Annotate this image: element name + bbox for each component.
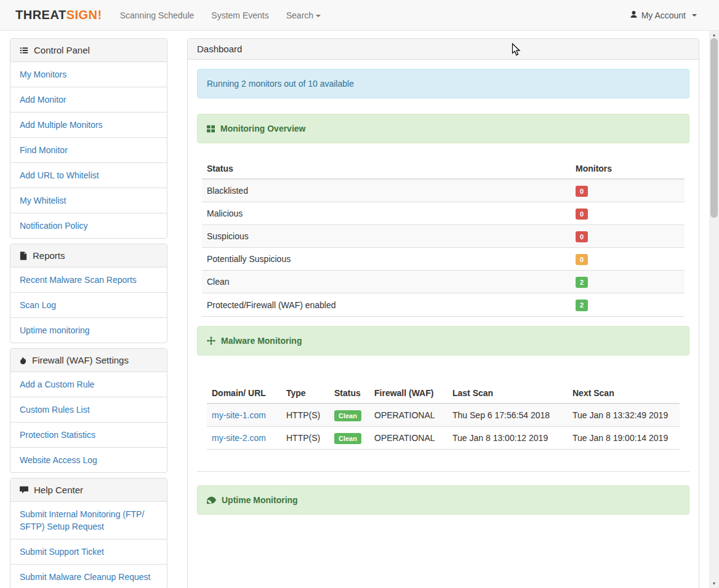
malware-monitoring-table: Domain/ URL Type Status Firewall (WAF) L… bbox=[207, 383, 680, 450]
sidebar-heading-label: Firewall (WAF) Settings bbox=[32, 355, 129, 365]
monitors-info-alert: Running 2 monitors out of 10 available bbox=[197, 69, 689, 98]
last-scan-cell: Tue Jan 8 13:00:12 2019 bbox=[448, 426, 568, 449]
count-badge: 0 bbox=[576, 209, 588, 220]
sidebar-item-add-url-to-whitelist[interactable]: Add URL to Whitelist bbox=[10, 162, 167, 188]
sidebar-item-website-access-log[interactable]: Website Access Log bbox=[10, 447, 167, 472]
scrollbar-thumb[interactable] bbox=[710, 38, 718, 218]
page-title-label: Dashboard bbox=[197, 44, 242, 54]
sidebar-item-recent-malware-scan-reports[interactable]: Recent Malware Scan Reports bbox=[10, 268, 167, 292]
sidebar: Control Panel My Monitors Add Monitor Ad… bbox=[10, 38, 167, 588]
sidebar-item-add-monitor[interactable]: Add Monitor bbox=[10, 87, 167, 112]
column-header-next-scan: Next Scan bbox=[568, 383, 680, 403]
section-heading-uptime-monitoring: Uptime Monitoring bbox=[197, 485, 689, 515]
sidebar-item-protection-statistics[interactable]: Protection Statistics bbox=[10, 422, 167, 447]
sidebar-item-submit-malware-cleanup-request[interactable]: Submit Malware Cleanup Request bbox=[10, 564, 167, 588]
sidebar-section-help-center: Help Center Submit Internal Monitoring (… bbox=[10, 478, 167, 588]
table-row: Potentially Suspicious 0 bbox=[202, 248, 685, 271]
status-cell: Clean bbox=[202, 271, 571, 293]
status-cell: Blacklisted bbox=[202, 179, 571, 202]
nav-link-scanning-schedule[interactable]: Scanning Schedule bbox=[111, 1, 203, 30]
sidebar-item-find-monitor[interactable]: Find Monitor bbox=[10, 137, 167, 162]
nav-link-system-events[interactable]: System Events bbox=[203, 1, 277, 30]
table-row: my-site-2.com HTTP(S) Clean OPERATIONAL … bbox=[207, 426, 680, 449]
sidebar-heading-label: Help Center bbox=[34, 485, 83, 495]
sidebar-item-add-a-custom-rule[interactable]: Add a Custom Rule bbox=[10, 372, 167, 397]
column-header-last-scan: Last Scan bbox=[448, 383, 568, 403]
count-badge: 0 bbox=[576, 254, 588, 265]
sidebar-heading-reports: Reports bbox=[10, 244, 167, 268]
column-header-monitors: Monitors bbox=[571, 159, 685, 179]
section-heading-label: Malware Monitoring bbox=[221, 336, 302, 346]
sidebar-item-scan-log[interactable]: Scan Log bbox=[10, 292, 167, 317]
column-header-type: Type bbox=[281, 383, 329, 403]
eye-icon bbox=[207, 496, 216, 504]
column-header-status: Status bbox=[202, 159, 571, 179]
sidebar-item-my-whitelist[interactable]: My Whitelist bbox=[10, 188, 167, 213]
nav-dropdown-search[interactable]: Search bbox=[278, 1, 329, 30]
column-header-status: Status bbox=[329, 383, 369, 403]
sidebar-item-notification-policy[interactable]: Notification Policy bbox=[10, 213, 167, 238]
table-row: Protected/Firewall (WAF) enabled 2 bbox=[202, 293, 685, 316]
status-cell: Suspicious bbox=[202, 225, 571, 248]
vertical-scrollbar[interactable]: ▲ ▼ bbox=[709, 31, 719, 588]
firewall-cell: OPERATIONAL bbox=[369, 403, 448, 427]
column-header-domain: Domain/ URL bbox=[207, 383, 281, 403]
grid-icon bbox=[207, 125, 215, 133]
sidebar-section-reports: Reports Recent Malware Scan Reports Scan… bbox=[10, 244, 167, 343]
main-area: Dashboard Running 2 monitors out of 10 a… bbox=[187, 38, 699, 588]
sidebar-section-control-panel: Control Panel My Monitors Add Monitor Ad… bbox=[10, 38, 167, 239]
last-scan-cell: Thu Sep 6 17:56:54 2018 bbox=[448, 403, 568, 427]
brand-part-2: SIGN! bbox=[66, 8, 102, 22]
comment-icon bbox=[20, 486, 28, 494]
type-cell: HTTP(S) bbox=[281, 426, 329, 449]
chevron-down-icon bbox=[316, 15, 321, 17]
sidebar-item-my-monitors[interactable]: My Monitors bbox=[10, 62, 167, 87]
sidebar-heading-firewall: Firewall (WAF) Settings bbox=[10, 349, 167, 372]
sidebar-item-submit-internal-monitoring-setup-request[interactable]: Submit Internal Monitoring (FTP/ SFTP) S… bbox=[10, 502, 167, 539]
table-row: Suspicious 0 bbox=[202, 225, 685, 248]
top-navbar: THREATSIGN! Scanning Schedule System Eve… bbox=[0, 0, 719, 31]
status-cell: Malicious bbox=[202, 202, 571, 225]
domain-link[interactable]: my-site-2.com bbox=[212, 433, 266, 443]
section-heading-monitoring-overview: Monitoring Overview bbox=[197, 114, 689, 143]
arrows-move-icon bbox=[207, 336, 215, 345]
domain-link[interactable]: my-site-1.com bbox=[212, 410, 266, 420]
sidebar-item-add-multiple-monitors[interactable]: Add Multiple Monitors bbox=[10, 112, 167, 137]
status-badge: Clean bbox=[334, 433, 361, 444]
page-content: Control Panel My Monitors Add Monitor Ad… bbox=[0, 31, 719, 588]
brand-part-1: THREAT bbox=[15, 8, 66, 22]
sidebar-heading-label: Reports bbox=[33, 250, 65, 261]
sidebar-heading-control-panel: Control Panel bbox=[10, 39, 167, 62]
table-row: Blacklisted 0 bbox=[202, 179, 685, 202]
sidebar-section-firewall-settings: Firewall (WAF) Settings Add a Custom Rul… bbox=[10, 348, 167, 473]
fire-icon bbox=[20, 356, 26, 365]
dashboard-panel: Dashboard Running 2 monitors out of 10 a… bbox=[187, 38, 699, 588]
user-icon bbox=[630, 10, 638, 20]
my-account-dropdown[interactable]: My Account bbox=[630, 10, 713, 20]
status-cell: Protected/Firewall (WAF) enabled bbox=[202, 293, 571, 316]
section-heading-malware-monitoring: Malware Monitoring bbox=[197, 326, 689, 356]
sidebar-item-submit-support-ticket[interactable]: Submit Support Ticket bbox=[10, 539, 167, 564]
table-row: Malicious 0 bbox=[202, 202, 685, 225]
count-badge: 2 bbox=[576, 277, 588, 288]
dashboard-body: Running 2 monitors out of 10 available M… bbox=[188, 60, 699, 524]
section-divider bbox=[197, 471, 689, 472]
table-header-row: Domain/ URL Type Status Firewall (WAF) L… bbox=[207, 383, 680, 403]
my-account-label: My Account bbox=[641, 10, 686, 20]
type-cell: HTTP(S) bbox=[281, 403, 329, 427]
sidebar-item-uptime-monitoring[interactable]: Uptime monitoring bbox=[10, 317, 167, 343]
file-icon bbox=[20, 252, 27, 260]
monitoring-overview-table: Status Monitors Blacklisted 0 Malicious … bbox=[202, 159, 685, 317]
next-scan-cell: Tue Jan 8 19:00:14 2019 bbox=[568, 426, 680, 449]
next-scan-cell: Tue Jan 8 13:32:49 2019 bbox=[568, 403, 680, 427]
brand-logo[interactable]: THREATSIGN! bbox=[6, 8, 111, 22]
sidebar-heading-label: Control Panel bbox=[34, 45, 90, 55]
section-heading-label: Monitoring Overview bbox=[220, 124, 305, 133]
sidebar-item-custom-rules-list[interactable]: Custom Rules List bbox=[10, 397, 167, 422]
list-tasks-icon bbox=[20, 46, 28, 55]
chevron-down-icon bbox=[692, 14, 697, 17]
table-row: Clean 2 bbox=[202, 271, 685, 293]
scroll-down-arrow[interactable]: ▼ bbox=[709, 579, 719, 587]
count-badge: 2 bbox=[576, 300, 588, 311]
firewall-cell: OPERATIONAL bbox=[369, 426, 448, 449]
